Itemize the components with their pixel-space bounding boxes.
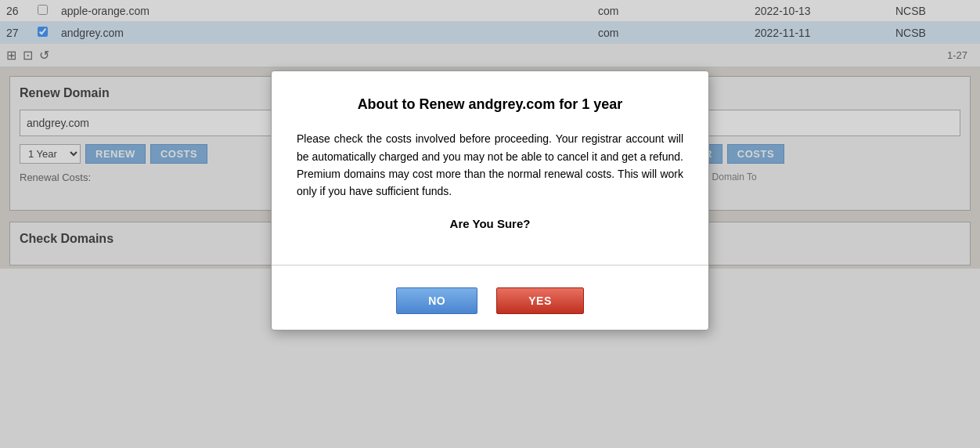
yes-button[interactable]: YES [496,287,584,314]
no-button[interactable]: NO [396,287,477,314]
modal-overlay: About to Renew andgrey.com for 1 year Pl… [0,0,980,448]
modal-text: Please check the costs involved before p… [297,130,683,201]
page-background: 26 apple-orange.com com 2022-10-13 NCSB … [0,0,980,448]
modal-body: About to Renew andgrey.com for 1 year Pl… [272,71,708,251]
confirm-modal: About to Renew andgrey.com for 1 year Pl… [271,70,709,330]
modal-footer: NO YES [272,278,708,330]
modal-divider [272,265,708,266]
modal-question: Are You Sure? [297,215,683,233]
modal-title: About to Renew andgrey.com for 1 year [297,93,683,116]
